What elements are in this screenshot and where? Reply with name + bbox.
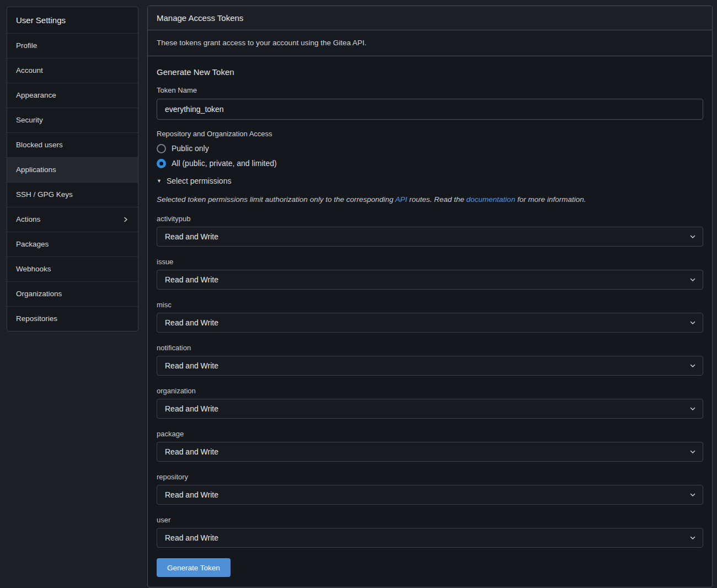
user-permission-select[interactable]: Read and Write xyxy=(157,528,703,548)
sidebar-item-profile[interactable]: Profile xyxy=(7,34,138,58)
permission-select-wrap: Read and Write xyxy=(157,270,703,290)
permission-select-wrap: Read and Write xyxy=(157,227,703,247)
issue-permission-select[interactable]: Read and Write xyxy=(157,270,703,290)
sidebar-title: User Settings xyxy=(7,7,138,34)
radio-public-only[interactable]: Public only xyxy=(157,143,703,153)
generate-token-form: Generate New Token Token Name Repository… xyxy=(148,56,712,587)
permission-label: organization xyxy=(157,387,703,395)
permission-label: repository xyxy=(157,473,703,482)
sidebar-item-blocked-users[interactable]: Blocked users xyxy=(7,133,138,158)
permission-label: issue xyxy=(157,258,703,266)
permission-group-organization: organization Read and Write xyxy=(157,387,703,419)
sidebar-item-label: Packages xyxy=(16,240,49,249)
permission-group-notification: notification Read and Write xyxy=(157,344,703,376)
chevron-right-icon xyxy=(122,216,129,223)
permission-select-wrap: Read and Write xyxy=(157,485,703,505)
permission-group-issue: issue Read and Write xyxy=(157,258,703,290)
permission-select-wrap: Read and Write xyxy=(157,528,703,548)
sidebar-item-applications[interactable]: Applications xyxy=(7,158,138,183)
sidebar-item-label: Blocked users xyxy=(16,141,63,149)
sidebar-item-label: Security xyxy=(16,116,43,125)
permission-label: package xyxy=(157,430,703,439)
note-text: Selected token permissions limit authori… xyxy=(157,195,395,204)
permission-select-wrap: Read and Write xyxy=(157,313,703,333)
radio-all-access-label: All (public, private, and limited) xyxy=(172,158,277,168)
permission-select-wrap: Read and Write xyxy=(157,442,703,462)
sidebar-item-label: Applications xyxy=(16,165,56,174)
permission-group-package: package Read and Write xyxy=(157,430,703,462)
page-title: Manage Access Tokens xyxy=(148,6,712,30)
permission-group-user: user Read and Write xyxy=(157,516,703,548)
permission-select-wrap: Read and Write xyxy=(157,399,703,419)
access-scope-label: Repository and Organization Access xyxy=(157,130,703,138)
token-name-input[interactable] xyxy=(157,99,703,120)
permission-label: user xyxy=(157,516,703,525)
permission-group-activitypub: activitypub Read and Write xyxy=(157,215,703,247)
generate-token-button[interactable]: Generate Token xyxy=(157,558,231,577)
note-text: routes. Read the xyxy=(407,195,466,204)
misc-permission-select[interactable]: Read and Write xyxy=(157,313,703,333)
note-text: for more information. xyxy=(515,195,586,204)
radio-all-access-circle[interactable] xyxy=(157,159,166,168)
sidebar-item-label: Webhooks xyxy=(16,265,51,274)
radio-public-only-label: Public only xyxy=(172,143,209,153)
sidebar-item-label: Account xyxy=(16,66,43,75)
sidebar-item-organizations[interactable]: Organizations xyxy=(7,282,138,307)
permissions-note: Selected token permissions limit authori… xyxy=(157,195,703,205)
permission-label: misc xyxy=(157,301,703,309)
radio-all-access[interactable]: All (public, private, and limited) xyxy=(157,158,703,168)
sidebar-item-packages[interactable]: Packages xyxy=(7,232,138,257)
sidebar-item-webhooks[interactable]: Webhooks xyxy=(7,257,138,282)
api-link[interactable]: API xyxy=(395,195,407,204)
access-tokens-panel: Manage Access Tokens These tokens grant … xyxy=(147,6,713,587)
triangle-down-icon: ▼ xyxy=(157,176,162,186)
notification-permission-select[interactable]: Read and Write xyxy=(157,356,703,376)
sidebar-item-account[interactable]: Account xyxy=(7,58,138,83)
radio-public-only-circle[interactable] xyxy=(157,144,166,153)
permission-group-misc: misc Read and Write xyxy=(157,301,703,333)
panel-description: These tokens grant access to your accoun… xyxy=(148,30,712,56)
settings-sidebar: User Settings Profile Account Appearance… xyxy=(7,7,138,332)
permission-group-repository: repository Read and Write xyxy=(157,473,703,505)
permission-select-wrap: Read and Write xyxy=(157,356,703,376)
sidebar-item-label: Repositories xyxy=(16,314,57,323)
sidebar-item-security[interactable]: Security xyxy=(7,108,138,133)
token-name-label: Token Name xyxy=(157,86,703,95)
documentation-link[interactable]: documentation xyxy=(467,195,516,204)
package-permission-select[interactable]: Read and Write xyxy=(157,442,703,462)
select-permissions-toggle[interactable]: ▼ Select permissions xyxy=(157,176,231,186)
activitypub-permission-select[interactable]: Read and Write xyxy=(157,227,703,247)
repository-permission-select[interactable]: Read and Write xyxy=(157,485,703,505)
sidebar-item-label: Organizations xyxy=(16,290,62,298)
organization-permission-select[interactable]: Read and Write xyxy=(157,399,703,419)
sidebar-item-ssh-gpg-keys[interactable]: SSH / GPG Keys xyxy=(7,183,138,207)
sidebar-item-label: Appearance xyxy=(16,91,56,100)
sidebar-item-label: SSH / GPG Keys xyxy=(16,190,73,199)
sidebar-item-repositories[interactable]: Repositories xyxy=(7,307,138,331)
section-title: Generate New Token xyxy=(157,67,703,77)
select-permissions-label: Select permissions xyxy=(167,176,232,186)
sidebar-item-label: Profile xyxy=(16,41,37,50)
permission-label: notification xyxy=(157,344,703,352)
sidebar-item-actions[interactable]: Actions xyxy=(7,207,138,232)
sidebar-item-appearance[interactable]: Appearance xyxy=(7,83,138,108)
permission-label: activitypub xyxy=(157,215,703,223)
sidebar-item-label: Actions xyxy=(16,215,40,224)
